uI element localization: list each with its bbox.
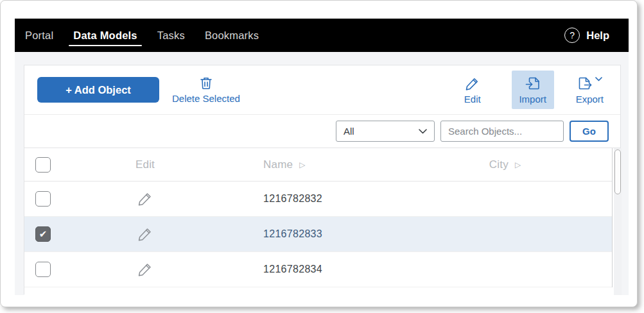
export-icon [577,75,602,92]
edit-button[interactable]: Edit [459,71,486,109]
object-name[interactable]: 1216782832 [263,193,322,205]
column-header-name[interactable]: Name ▷ [212,158,398,171]
pencil-icon [464,76,480,92]
nav-tab-bookmarks[interactable]: Bookmarks [204,19,260,52]
toolbar: + Add Object Delete Selected [24,65,620,115]
help-button[interactable]: ? Help [564,28,609,43]
edit-label: Edit [464,94,481,105]
app-window: Portal Data Models Tasks Bookmarks ? Hel… [0,0,638,307]
pencil-icon [137,190,153,207]
row-edit-button[interactable] [78,190,212,207]
help-label: Help [586,30,609,42]
import-icon [525,75,541,92]
row-checkbox[interactable] [35,262,51,277]
table-header-row: Edit Name ▷ City ▷ [24,148,612,182]
chevron-down-icon [595,77,602,81]
object-name[interactable]: 1216782834 [263,264,322,275]
import-label: Import [519,94,546,105]
nav-tab-tasks[interactable]: Tasks [156,19,186,52]
sort-icon-city[interactable]: ▷ [515,160,521,169]
delete-selected-button[interactable]: Delete Selected [167,71,245,108]
delete-selected-label: Delete Selected [172,93,240,104]
object-name[interactable]: 1216782833 [263,228,322,240]
chevron-down-icon [419,129,427,134]
row-checkbox[interactable] [35,226,51,242]
go-button[interactable]: Go [570,121,609,142]
filter-row: All Go [24,115,620,148]
table-row: 1216782832 [24,182,612,217]
row-checkbox[interactable] [35,191,51,207]
data-models-panel: + Add Object Delete Selected [24,65,621,294]
row-edit-button[interactable] [78,261,212,278]
import-button[interactable]: Import [512,71,554,109]
select-all-checkbox[interactable] [35,157,51,173]
table-row: 1216782834 [24,252,612,287]
nav-tab-data-models[interactable]: Data Models [72,19,138,52]
table-row: 1216782833 [24,217,612,252]
top-navbar: Portal Data Models Tasks Bookmarks ? Hel… [15,19,629,52]
filter-type-select[interactable]: All [336,121,435,142]
scrollbar-thumb[interactable] [614,149,621,194]
add-object-button[interactable]: + Add Object [37,77,159,103]
help-icon: ? [564,28,580,43]
column-header-city[interactable]: City ▷ [398,158,612,171]
pencil-icon [137,261,153,278]
objects-table: Edit Name ▷ City ▷ [24,148,613,287]
column-header-edit: Edit [135,158,155,171]
sort-icon-name[interactable]: ▷ [299,160,305,169]
nav-tab-portal[interactable]: Portal [24,19,55,52]
row-edit-button[interactable] [78,226,212,242]
table-container: Edit Name ▷ City ▷ [24,148,620,295]
filter-type-value: All [344,126,354,137]
pencil-icon [137,226,153,242]
content-area: + Add Object Delete Selected [15,52,629,295]
trash-icon [198,76,214,91]
export-button[interactable]: Export [571,71,609,109]
search-input[interactable] [440,121,564,142]
vertical-scrollbar[interactable] [614,148,622,295]
export-label: Export [576,94,604,105]
